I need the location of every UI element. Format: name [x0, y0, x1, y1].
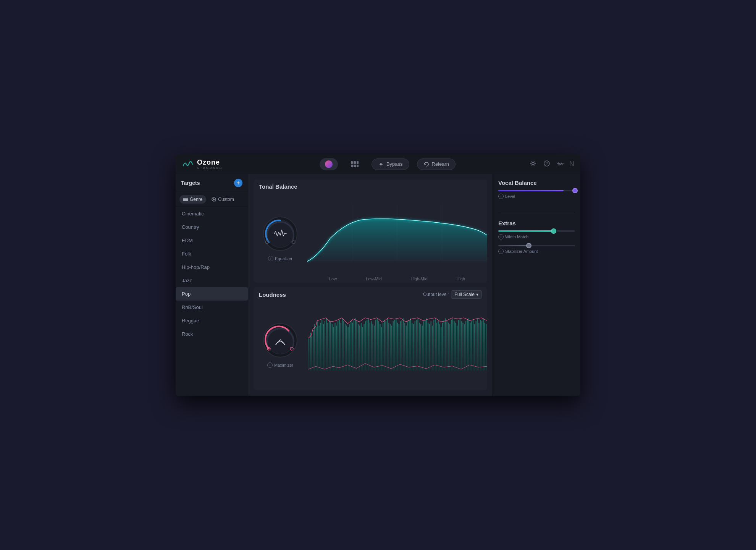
svg-rect-140: [476, 321, 477, 370]
width-match-thumb[interactable]: [551, 228, 556, 234]
output-value: Full Scale: [454, 292, 475, 297]
svg-rect-91: [404, 323, 405, 371]
genre-tab[interactable]: Genre: [179, 195, 206, 204]
svg-rect-112: [435, 318, 436, 370]
svg-rect-50: [345, 324, 346, 371]
genre-folk[interactable]: Folk: [176, 247, 248, 260]
genre-jazz[interactable]: Jazz: [176, 274, 248, 287]
svg-rect-54: [351, 321, 351, 370]
relearn-label: Relearn: [432, 161, 449, 167]
output-level-button[interactable]: Full Scale ▾: [451, 290, 482, 299]
loudness-waveform: [307, 299, 487, 390]
list-icon: [183, 197, 188, 201]
bypass-button[interactable]: Bypass: [372, 159, 409, 170]
svg-rect-86: [397, 323, 398, 371]
equalizer-info-icon[interactable]: i: [268, 256, 273, 261]
svg-rect-27: [311, 336, 312, 370]
nav-grid-button[interactable]: [346, 159, 364, 170]
width-match-slider-row: i Width Match: [498, 230, 575, 239]
tonal-balance-title: Tonal Balance: [254, 180, 487, 193]
svg-rect-93: [407, 321, 408, 370]
app-subtitle: STANDARD: [197, 167, 223, 170]
maximizer-knob-svg: [261, 321, 299, 359]
logo-text: Ozone STANDARD: [197, 159, 223, 170]
svg-rect-28: [313, 330, 313, 371]
vocal-level-text: Level: [505, 194, 515, 199]
svg-rect-81: [390, 324, 391, 371]
svg-rect-49: [343, 321, 344, 370]
add-target-button[interactable]: +: [234, 179, 242, 187]
waveform-icon: [557, 162, 564, 166]
maximizer-info-icon[interactable]: i: [267, 362, 273, 368]
genre-edm[interactable]: EDM: [176, 234, 248, 247]
logo-icon: [182, 158, 194, 170]
svg-rect-69: [372, 324, 373, 371]
svg-rect-125: [454, 321, 454, 370]
loudness-header: Loudness Output level: Full Scale ▾: [254, 287, 487, 299]
app-container: Ozone STANDARD Bypass: [176, 154, 580, 396]
sidebar: Targets + Genre: [176, 174, 248, 396]
nav-orb-button[interactable]: [320, 158, 338, 170]
stabilizer-slider[interactable]: [498, 245, 575, 246]
svg-rect-29: [314, 324, 315, 371]
label-low: Low: [329, 277, 337, 281]
genre-rock[interactable]: Rock: [176, 327, 248, 341]
svg-rect-123: [451, 320, 452, 370]
stabilizer-thumb[interactable]: [526, 243, 531, 248]
svg-rect-139: [474, 324, 475, 371]
svg-rect-120: [446, 321, 447, 370]
svg-rect-129: [460, 318, 460, 370]
genre-rnb[interactable]: RnB/Soul: [176, 301, 248, 314]
stabilizer-text: Stabilizer Amount: [505, 249, 538, 254]
stabilizer-info-icon[interactable]: i: [498, 249, 504, 254]
svg-rect-147: [486, 324, 486, 371]
stabilizer-slider-row: i Stabilizer Amount: [498, 245, 575, 254]
svg-rect-130: [461, 321, 462, 370]
svg-rect-102: [420, 324, 421, 371]
svg-rect-67: [370, 323, 370, 371]
vocal-level-slider[interactable]: [498, 190, 575, 191]
svg-rect-65: [367, 320, 367, 370]
svg-rect-118: [444, 320, 444, 370]
svg-rect-43: [334, 323, 335, 371]
svg-rect-141: [477, 318, 478, 370]
help-button[interactable]: ?: [542, 159, 552, 170]
svg-rect-101: [419, 323, 420, 371]
svg-rect-44: [336, 326, 337, 371]
svg-rect-117: [442, 323, 443, 371]
brand-n: N: [569, 160, 574, 168]
svg-rect-45: [338, 321, 338, 370]
svg-rect-96: [412, 323, 412, 371]
svg-rect-55: [352, 323, 353, 371]
genre-cinematic[interactable]: Cinematic: [176, 207, 248, 220]
width-match-slider[interactable]: [498, 230, 575, 232]
genre-pop[interactable]: Pop: [176, 287, 248, 301]
equalizer-knob-svg: [261, 215, 299, 253]
relearn-button[interactable]: Relearn: [417, 159, 456, 170]
svg-rect-79: [387, 318, 388, 370]
vocal-info-icon[interactable]: i: [498, 194, 504, 199]
equalizer-label: i Equalizer: [268, 256, 292, 261]
waveform-button[interactable]: [556, 159, 565, 169]
svg-rect-59: [358, 324, 359, 371]
svg-rect-138: [473, 320, 473, 370]
logo-area: Ozone STANDARD: [182, 158, 247, 170]
loudness-panel: Loudness Output level: Full Scale ▾: [254, 287, 487, 390]
svg-rect-92: [406, 326, 407, 371]
genre-hiphop[interactable]: Hip-hop/Rap: [176, 260, 248, 274]
genre-country[interactable]: Country: [176, 220, 248, 234]
settings-button[interactable]: [528, 159, 538, 170]
width-match-label: i Width Match: [498, 234, 575, 239]
loudness-left: i Maximizer: [254, 299, 307, 390]
equalizer-knob[interactable]: [261, 215, 299, 253]
stabilizer-label: i Stabilizer Amount: [498, 249, 575, 254]
genre-tab-label: Genre: [190, 197, 202, 202]
genre-reggae[interactable]: Reggae: [176, 314, 248, 327]
svg-rect-75: [381, 327, 382, 370]
maximizer-knob[interactable]: [261, 321, 299, 359]
vocal-slider-thumb[interactable]: [572, 188, 578, 193]
loudness-content: i Maximizer: [254, 299, 487, 390]
custom-tab[interactable]: Custom: [208, 195, 237, 204]
svg-rect-37: [326, 318, 326, 370]
width-match-info-icon[interactable]: i: [498, 234, 504, 239]
